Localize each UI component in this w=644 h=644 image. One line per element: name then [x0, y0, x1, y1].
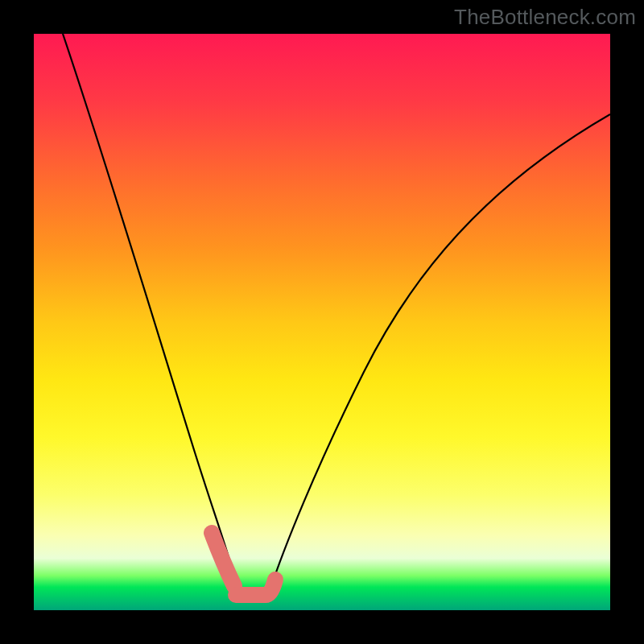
chart-svg: [34, 34, 610, 610]
left-curve: [63, 34, 240, 593]
pink-valley: [236, 580, 275, 595]
right-curve: [269, 114, 610, 593]
chart-frame: TheBottleneck.com: [0, 0, 644, 644]
watermark-text: TheBottleneck.com: [454, 5, 636, 30]
pink-markers-left: [212, 533, 234, 586]
plot-area: [34, 34, 610, 610]
